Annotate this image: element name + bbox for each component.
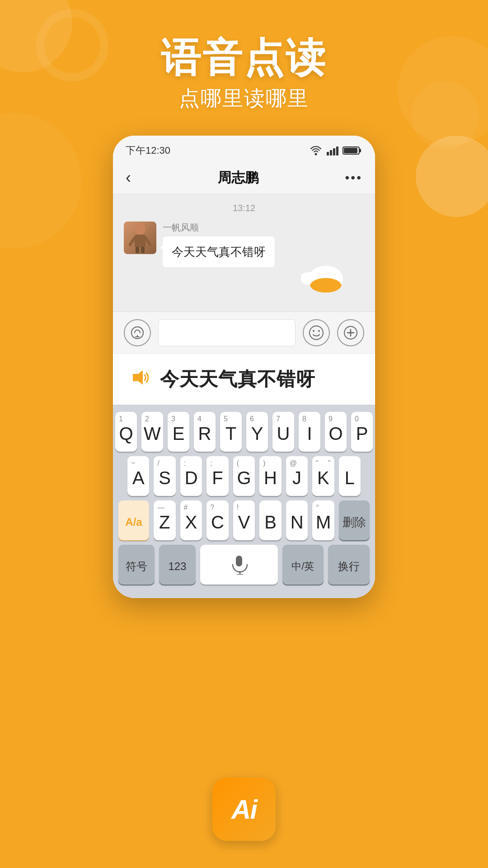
- tts-text: 今天天气真不错呀: [160, 367, 315, 392]
- back-button[interactable]: ‹: [126, 168, 131, 187]
- svg-rect-1: [327, 152, 329, 156]
- key-d[interactable]: :D: [180, 456, 202, 496]
- key-v[interactable]: !V: [233, 500, 255, 540]
- sender-name: 一帆风顺: [163, 222, 275, 234]
- key-u[interactable]: 7U: [272, 412, 294, 452]
- key-c[interactable]: ?C: [206, 500, 229, 540]
- key-a[interactable]: ~A: [127, 456, 149, 496]
- key-z[interactable]: —Z: [154, 500, 176, 540]
- sub-title: 点哪里读哪里: [0, 85, 488, 113]
- key-l[interactable]: L: [339, 456, 361, 496]
- status-time: 下午12:30: [126, 144, 170, 157]
- keyboard: 1Q 2W 3E 4R 5T 6Y 7U 8I 9O 0P ~A /S :D ;…: [113, 405, 375, 598]
- svg-point-26: [318, 330, 320, 332]
- keyboard-row-4: 符号 123 中/英 换行: [118, 545, 370, 585]
- chat-timestamp: 13:12: [124, 203, 364, 213]
- battery-icon: [343, 146, 362, 156]
- input-bar: [113, 311, 375, 354]
- svg-point-20: [310, 278, 341, 292]
- key-w[interactable]: 2W: [141, 412, 163, 452]
- svg-line-10: [130, 238, 135, 245]
- ai-badge-text: Ai: [231, 794, 257, 825]
- key-q[interactable]: 1Q: [115, 412, 137, 452]
- avatar: [124, 222, 156, 254]
- svg-rect-13: [141, 247, 145, 253]
- svg-marker-30: [133, 370, 143, 385]
- svg-rect-4: [336, 146, 338, 156]
- key-f[interactable]: ;F: [206, 456, 228, 496]
- chat-area: 13:12 一帆风顺: [113, 194, 375, 311]
- bg-deco-circle-3: [0, 113, 81, 249]
- key-g[interactable]: (G: [233, 456, 255, 496]
- svg-rect-31: [236, 556, 242, 566]
- key-m[interactable]: °M: [312, 500, 334, 540]
- key-r[interactable]: 4R: [194, 412, 216, 452]
- key-symbol[interactable]: 符号: [118, 545, 155, 585]
- add-button[interactable]: [337, 319, 364, 346]
- status-icons: [309, 146, 362, 156]
- bg-deco-face: [416, 136, 488, 217]
- svg-rect-7: [344, 148, 357, 153]
- tts-icon: [131, 368, 151, 391]
- phone-mockup: 下午12:30: [113, 136, 375, 598]
- key-i[interactable]: 8I: [299, 412, 320, 452]
- key-j[interactable]: @J: [286, 456, 308, 496]
- svg-point-25: [313, 330, 314, 332]
- key-n[interactable]: N: [286, 500, 308, 540]
- ai-badge: Ai: [212, 778, 276, 841]
- text-input[interactable]: [158, 319, 296, 346]
- finger-pointer-icon: [301, 258, 346, 299]
- main-title: 语音点读: [0, 36, 488, 80]
- svg-rect-9: [135, 235, 145, 247]
- key-mic[interactable]: [200, 545, 278, 585]
- svg-point-8: [135, 222, 145, 235]
- status-bar: 下午12:30: [113, 136, 375, 162]
- key-b[interactable]: B: [259, 500, 282, 540]
- voice-button[interactable]: [124, 319, 151, 346]
- voice-icon: [131, 326, 144, 340]
- key-o[interactable]: 9O: [325, 412, 347, 452]
- wifi-icon: [309, 146, 323, 156]
- keyboard-row-1: 1Q 2W 3E 4R 5T 6Y 7U 8I 9O 0P: [118, 412, 370, 452]
- svg-rect-12: [136, 247, 139, 253]
- key-x[interactable]: #X: [180, 500, 202, 540]
- avatar-inner: [124, 222, 156, 254]
- key-return[interactable]: 换行: [328, 545, 370, 585]
- key-shift[interactable]: A/a: [118, 500, 149, 540]
- key-k[interactable]: "K": [312, 456, 334, 496]
- keyboard-row-3: A/a —Z #X ?C !V B N °M 删除: [118, 500, 370, 540]
- key-lang[interactable]: 中/英: [282, 545, 324, 585]
- key-h[interactable]: )H: [259, 456, 281, 496]
- more-button[interactable]: •••: [345, 170, 362, 185]
- key-y[interactable]: 6Y: [246, 412, 268, 452]
- svg-rect-6: [359, 149, 361, 152]
- key-t[interactable]: 5T: [220, 412, 242, 452]
- svg-point-0: [315, 153, 317, 156]
- svg-point-24: [310, 326, 323, 340]
- finger-pointer-area: [124, 258, 364, 285]
- key-123[interactable]: 123: [159, 545, 195, 585]
- emoji-icon: [309, 325, 324, 340]
- header: 语音点读 点哪里读哪里: [0, 36, 488, 113]
- chat-message-text: 今天天气真不错呀: [172, 245, 266, 259]
- svg-rect-3: [333, 148, 335, 156]
- plus-icon: [343, 326, 358, 340]
- key-p[interactable]: 0P: [351, 412, 373, 452]
- key-delete[interactable]: 删除: [339, 500, 370, 540]
- emoji-button[interactable]: [303, 319, 330, 346]
- tts-popup: 今天天气真不错呀: [113, 354, 375, 405]
- speaker-icon: [131, 368, 151, 387]
- avatar-image: [127, 222, 154, 254]
- key-e[interactable]: 3E: [168, 412, 189, 452]
- keyboard-row-2: ~A /S :D ;F (G )H @J "K" L: [118, 456, 370, 496]
- ai-badge-inner: Ai: [212, 778, 276, 841]
- key-s[interactable]: /S: [154, 456, 175, 496]
- nav-title: 周志鹏: [218, 169, 258, 187]
- nav-bar: ‹ 周志鹏 •••: [113, 162, 375, 194]
- svg-rect-2: [330, 150, 332, 156]
- signal-icon: [326, 146, 339, 156]
- svg-line-11: [145, 238, 150, 245]
- mic-icon: [230, 555, 248, 575]
